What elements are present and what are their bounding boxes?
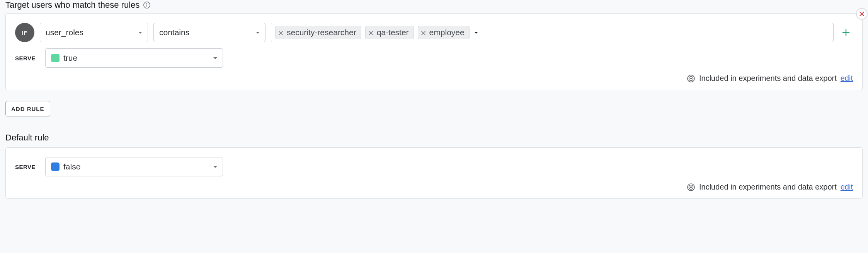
if-badge: IF (15, 23, 34, 42)
default-serve-select[interactable]: false (45, 157, 223, 176)
chevron-down-icon (213, 162, 218, 171)
default-rule-card: SERVE false Included in experiments and … (5, 147, 863, 199)
serve-label: SERVE (15, 164, 40, 170)
operator-select[interactable]: contains (153, 23, 266, 42)
edit-experiment-link[interactable]: edit (841, 183, 853, 191)
operator-select-value: contains (159, 28, 189, 37)
targeting-rules-title: Target users who match these rules (5, 0, 140, 10)
default-serve-value: false (63, 162, 80, 171)
close-icon (859, 11, 865, 17)
target-icon (687, 183, 695, 191)
serve-label: SERVE (15, 55, 40, 62)
value-chip-label: security-researcher (287, 28, 356, 37)
attribute-select[interactable]: user_roles (40, 23, 148, 42)
value-chip-label: qa-tester (377, 28, 409, 37)
svg-point-5 (690, 78, 692, 79)
experiment-inclusion-text: Included in experiments and data export (699, 74, 837, 83)
serve-swatch (51, 54, 60, 62)
chevron-down-icon (138, 28, 143, 37)
serve-select[interactable]: true (45, 48, 223, 68)
remove-value-icon[interactable] (279, 28, 283, 37)
default-rule-title: Default rule (5, 133, 863, 143)
chevron-down-icon (213, 53, 218, 63)
serve-swatch (51, 162, 60, 171)
plus-icon (842, 28, 850, 37)
add-clause-button[interactable] (839, 26, 853, 39)
values-input[interactable]: security-researcher qa-tester employee (271, 23, 834, 42)
rule-card: IF user_roles contains security-research… (5, 13, 863, 90)
serve-select-value: true (63, 53, 77, 63)
value-chip: security-researcher (275, 26, 361, 39)
add-rule-button[interactable]: ADD RULE (5, 101, 50, 116)
experiment-inclusion-text: Included in experiments and data export (699, 183, 837, 191)
value-chip-label: employee (429, 28, 465, 37)
remove-rule-button[interactable] (856, 8, 868, 20)
svg-point-8 (690, 186, 692, 188)
svg-rect-2 (146, 4, 147, 7)
value-chip: qa-tester (365, 26, 414, 39)
info-icon[interactable] (143, 1, 151, 9)
chevron-down-icon (255, 28, 260, 37)
remove-value-icon[interactable] (421, 28, 425, 37)
edit-experiment-link[interactable]: edit (841, 74, 853, 83)
target-icon (687, 74, 695, 83)
attribute-select-value: user_roles (46, 28, 83, 37)
chevron-down-icon (473, 28, 479, 37)
value-chip: employee (418, 26, 470, 39)
remove-value-icon[interactable] (369, 28, 373, 37)
svg-point-1 (146, 3, 147, 4)
